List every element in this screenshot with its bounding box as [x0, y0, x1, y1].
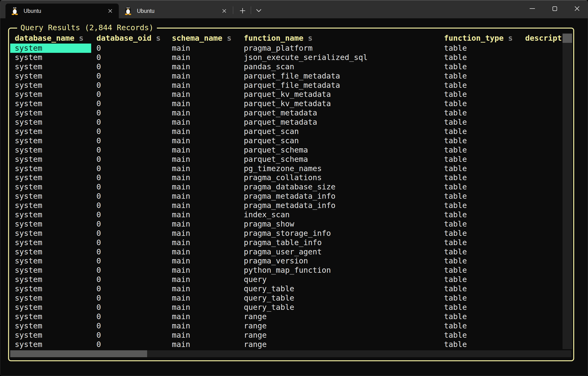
cell[interactable]: parquet_file_metadata [239, 81, 345, 90]
selected-cell[interactable]: system [10, 43, 91, 53]
cell[interactable]: query [239, 275, 271, 284]
cell[interactable]: main [167, 136, 195, 146]
cell[interactable]: parquet_metadata [239, 108, 322, 117]
cell[interactable]: main [167, 256, 195, 266]
column-header-database_oid[interactable]: database_oids [92, 33, 165, 43]
cell[interactable]: system [10, 173, 91, 182]
cell[interactable]: system [10, 117, 91, 127]
cell[interactable]: system [10, 266, 91, 275]
cell[interactable]: table [440, 108, 471, 117]
cell[interactable]: pg_timezone_names [239, 164, 326, 173]
tab-close-button[interactable] [105, 6, 116, 16]
cell[interactable]: table [440, 219, 471, 229]
cell[interactable]: 0 [92, 117, 105, 127]
tab-ubuntu-2[interactable]: Ubuntu [119, 4, 233, 18]
cell[interactable]: main [167, 210, 195, 219]
cell[interactable]: main [167, 238, 195, 247]
vertical-scrollbar-thumb[interactable] [563, 33, 572, 43]
cell[interactable]: main [167, 312, 195, 321]
cell[interactable]: main [167, 201, 195, 210]
cell[interactable]: 0 [92, 127, 105, 136]
cell[interactable]: system [10, 182, 91, 192]
cell[interactable]: table [440, 201, 471, 210]
cell[interactable]: query_table [239, 293, 299, 303]
cell[interactable]: table [440, 275, 471, 284]
cell[interactable]: pragma_table_info [239, 238, 326, 247]
cell[interactable]: table [440, 303, 471, 312]
cell[interactable]: system [10, 62, 91, 71]
cell[interactable]: 0 [92, 90, 105, 99]
cell[interactable]: main [167, 303, 195, 312]
cell[interactable]: table [440, 173, 471, 182]
cell[interactable]: table [440, 266, 471, 275]
tab-ubuntu-1[interactable]: Ubuntu [5, 4, 119, 18]
cell[interactable]: main [167, 192, 195, 201]
cell[interactable]: main [167, 71, 195, 81]
cell[interactable]: 0 [92, 266, 105, 275]
cell[interactable]: table [440, 284, 471, 293]
cell[interactable]: 0 [92, 284, 105, 293]
cell[interactable]: system [10, 284, 91, 293]
column-header-schema_name[interactable]: schema_names [167, 33, 236, 43]
cell[interactable]: 0 [92, 201, 105, 210]
cell[interactable]: table [440, 312, 471, 321]
cell[interactable]: parquet_kv_metadata [239, 99, 336, 108]
cell[interactable]: main [167, 108, 195, 117]
cell[interactable]: table [440, 136, 471, 146]
cell[interactable]: system [10, 312, 91, 321]
vertical-scrollbar[interactable] [563, 33, 572, 349]
cell[interactable]: main [167, 219, 195, 229]
cell[interactable]: 0 [92, 182, 105, 192]
cell[interactable]: table [440, 81, 471, 90]
horizontal-scrollbar[interactable] [10, 350, 571, 357]
tab-dropdown-button[interactable] [252, 5, 265, 16]
cell[interactable]: 0 [92, 210, 105, 219]
cell[interactable]: main [167, 90, 195, 99]
cell[interactable]: 0 [92, 108, 105, 117]
column-header-function_name[interactable]: function_names [239, 33, 317, 43]
cell[interactable]: system [10, 201, 91, 210]
tab-close-button[interactable] [219, 6, 230, 16]
cell[interactable]: table [440, 247, 471, 257]
cell[interactable]: main [167, 81, 195, 90]
cell[interactable]: 0 [92, 71, 105, 81]
column-header-function_type[interactable]: function_types [440, 33, 517, 43]
cell[interactable]: 0 [92, 312, 105, 321]
cell[interactable]: 0 [92, 340, 105, 349]
cell[interactable]: table [440, 192, 471, 201]
cell[interactable]: main [167, 284, 195, 293]
cell[interactable]: 0 [92, 247, 105, 257]
cell[interactable]: main [167, 266, 195, 275]
cell[interactable]: main [167, 146, 195, 155]
cell[interactable]: system [10, 293, 91, 303]
cell[interactable]: range [239, 331, 271, 340]
cell[interactable]: system [10, 164, 91, 173]
cell[interactable]: system [10, 81, 91, 90]
cell[interactable]: system [10, 146, 91, 155]
cell[interactable]: table [440, 99, 471, 108]
cell[interactable]: 0 [92, 321, 105, 331]
cell[interactable]: range [239, 321, 271, 331]
cell[interactable]: system [10, 321, 91, 331]
cell[interactable]: system [10, 90, 91, 99]
cell[interactable]: table [440, 238, 471, 247]
cell[interactable]: main [167, 99, 195, 108]
cell[interactable]: main [167, 117, 195, 127]
cell[interactable]: table [440, 229, 471, 238]
cell[interactable]: query_table [239, 284, 299, 293]
cell[interactable]: parquet_file_metadata [239, 71, 345, 81]
cell[interactable]: parquet_schema [239, 146, 313, 155]
cell[interactable]: 0 [92, 81, 105, 90]
cell[interactable]: 0 [92, 275, 105, 284]
cell[interactable]: 0 [92, 155, 105, 164]
cell[interactable]: 0 [92, 229, 105, 238]
maximize-button[interactable] [544, 0, 566, 17]
cell[interactable]: table [440, 62, 471, 71]
cell[interactable]: 0 [92, 192, 105, 201]
cell[interactable]: table [440, 293, 471, 303]
horizontal-scrollbar-thumb[interactable] [10, 350, 147, 357]
cell[interactable]: main [167, 321, 195, 331]
cell[interactable]: system [10, 229, 91, 238]
cell[interactable]: parquet_scan [239, 127, 303, 136]
cell[interactable]: 0 [92, 136, 105, 146]
